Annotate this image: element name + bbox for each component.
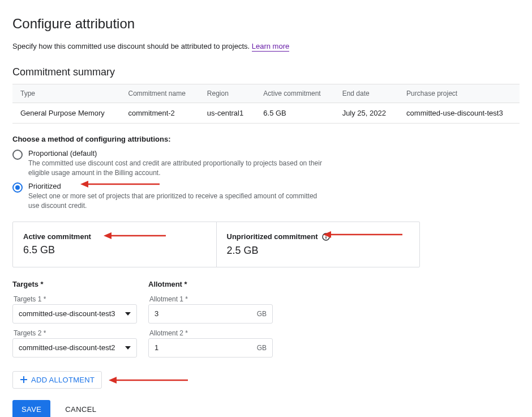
metric-value: 2.5 GB bbox=[227, 245, 410, 257]
radio-icon-selected bbox=[12, 182, 23, 193]
svg-point-6 bbox=[325, 235, 326, 235]
option-desc: Select one or more set of projects that … bbox=[28, 192, 323, 211]
plus-icon bbox=[20, 376, 28, 384]
metric-unprioritized-commitment: Unprioritized commitment 2.5 GB bbox=[216, 222, 420, 267]
metric-value: 6.5 GB bbox=[23, 244, 206, 256]
col-type: Type bbox=[12, 84, 121, 103]
cell-type: General Purpose Memory bbox=[12, 103, 121, 124]
option-title: Prioritized bbox=[28, 182, 323, 190]
method-label: Choose a method of configuring attributi… bbox=[12, 135, 520, 143]
field-label: Allotment 2 * bbox=[149, 329, 273, 337]
info-icon[interactable] bbox=[321, 232, 331, 241]
cell-active-commitment: 6.5 GB bbox=[255, 103, 334, 124]
svg-marker-10 bbox=[125, 346, 131, 350]
add-allotment-button[interactable]: ADD ALLOTMENT bbox=[12, 371, 102, 389]
col-end-date: End date bbox=[334, 84, 398, 103]
page-title: Configure attribution bbox=[12, 16, 520, 32]
input-value: 3 bbox=[155, 309, 257, 318]
cell-region: us-central1 bbox=[199, 103, 255, 124]
col-region: Region bbox=[199, 84, 255, 103]
field-label: Allotment 1 * bbox=[149, 295, 273, 303]
option-desc: The committed use discount cost and cred… bbox=[28, 159, 323, 178]
field-label: Targets 1 * bbox=[14, 295, 137, 303]
page-subtitle: Specify how this committed use discount … bbox=[12, 42, 520, 50]
learn-more-link[interactable]: Learn more bbox=[252, 42, 289, 52]
summary-heading: Commitment summary bbox=[12, 66, 520, 78]
option-title: Proportional (default) bbox=[28, 149, 323, 158]
metrics-panel: Active commitment 6.5 GB Unprioritized c… bbox=[12, 222, 420, 267]
select-value: committed-use-discount-test3 bbox=[19, 309, 115, 318]
table-header-row: Type Commitment name Region Active commi… bbox=[12, 84, 520, 103]
svg-marker-9 bbox=[125, 312, 131, 316]
cell-commitment-name: commitment-2 bbox=[121, 103, 199, 124]
metric-label: Active commitment bbox=[23, 232, 206, 241]
targets-1-select[interactable]: committed-use-discount-test3 bbox=[12, 304, 137, 324]
cancel-button[interactable]: CANCEL bbox=[62, 405, 100, 414]
metric-label: Unprioritized commitment bbox=[227, 232, 318, 241]
targets-2-select[interactable]: committed-use-discount-test2 bbox=[12, 338, 137, 358]
allotment-2-input[interactable]: 1 GB bbox=[148, 338, 273, 358]
input-value: 1 bbox=[155, 343, 257, 352]
add-allotment-label: ADD ALLOTMENT bbox=[31, 376, 95, 384]
radio-icon bbox=[12, 150, 23, 160]
unit-suffix: GB bbox=[257, 310, 267, 318]
field-label: Targets 2 * bbox=[14, 329, 137, 337]
metric-active-commitment: Active commitment 6.5 GB bbox=[13, 222, 216, 267]
radio-option-proportional[interactable]: Proportional (default) The committed use… bbox=[12, 149, 520, 178]
svg-marker-14 bbox=[109, 377, 117, 384]
col-commitment-name: Commitment name bbox=[121, 84, 199, 103]
radio-option-prioritized[interactable]: Prioritized Select one or more set of pr… bbox=[12, 182, 520, 211]
caret-down-icon bbox=[125, 312, 131, 316]
col-purchase-project: Purchase project bbox=[398, 84, 520, 103]
subtitle-text: Specify how this committed use discount … bbox=[12, 42, 252, 50]
table-row: General Purpose Memory commitment-2 us-c… bbox=[12, 103, 520, 124]
caret-down-icon bbox=[125, 346, 131, 350]
save-button[interactable]: SAVE bbox=[12, 400, 50, 417]
cell-purchase-project: committed-use-discount-test3 bbox=[398, 103, 520, 124]
annotation-arrow-icon bbox=[109, 373, 188, 387]
unit-suffix: GB bbox=[257, 344, 267, 352]
allotment-heading: Allotment * bbox=[148, 280, 273, 288]
select-value: committed-use-discount-test2 bbox=[19, 343, 115, 352]
targets-heading: Targets * bbox=[12, 280, 137, 288]
cell-end-date: July 25, 2022 bbox=[334, 103, 398, 124]
allotment-1-input[interactable]: 3 GB bbox=[148, 304, 273, 324]
col-active-commitment: Active commitment bbox=[255, 84, 334, 103]
commitment-summary-table: Type Commitment name Region Active commi… bbox=[12, 84, 520, 124]
